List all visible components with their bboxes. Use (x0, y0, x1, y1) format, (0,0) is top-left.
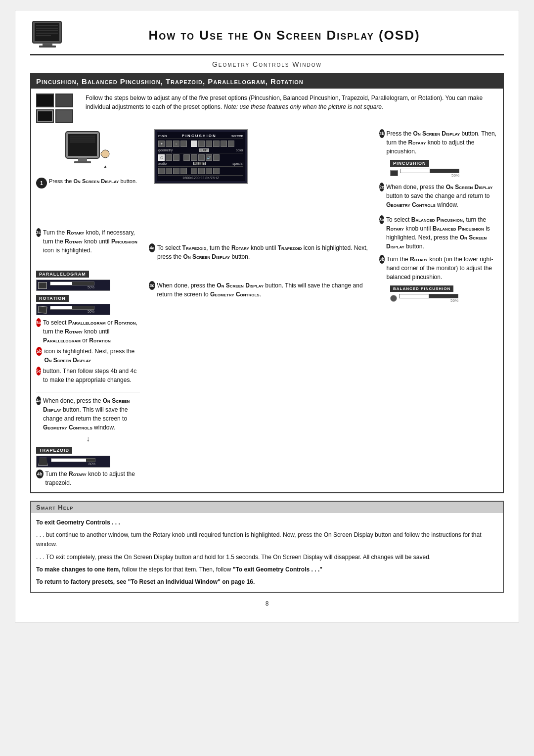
step2c-badge: 2c (36, 228, 41, 237)
step4b-text: Turn the Rotary knob to adjust the trape… (45, 470, 140, 487)
exit-completely-text: . . . TO exit completely, press the On S… (36, 554, 431, 561)
trapezoid-section: TRAPEZOID 80% (36, 446, 140, 487)
step3c-area: 3c When done, press the On Screen Displa… (149, 281, 375, 299)
osd-icon-2 (166, 141, 172, 147)
step4a-row: 4a To select Trapezoid, turn the Rotary … (149, 243, 375, 261)
step1-text: Press the On Screen Display button. (49, 178, 137, 185)
one-item-line: To make changes to one item, follow the … (36, 565, 498, 574)
trap-bar-area: 80% (51, 458, 108, 466)
svg-rect-10 (68, 134, 97, 156)
para-bar-area: 50% (50, 282, 108, 289)
trap-progress (51, 458, 95, 462)
svg-rect-3 (39, 46, 56, 47)
osd-spacer1 (188, 141, 190, 147)
step3a-badge: 3a (379, 215, 384, 224)
osd-spec-icon-3 (173, 168, 179, 174)
osd-audio-row: audio RESET special (158, 162, 243, 167)
osd-spec-icon-4 (180, 168, 187, 174)
osd-icon-10 (228, 141, 234, 147)
step2c-right-area: 2c When done, press the On Screen Displa… (379, 183, 498, 209)
balanced-progress-bar (399, 294, 458, 298)
header-monitor-icon (30, 20, 65, 50)
pincushion-fill (400, 169, 430, 173)
step3b-row: 3b Turn the Rotary knob (on the lower ri… (379, 255, 498, 282)
osd-spec-icon-1 (158, 168, 165, 174)
osd-icon-9 (221, 141, 227, 147)
balanced-icon (390, 295, 397, 302)
smart-help-content: To exit Geometry Controls . . . . . . bu… (31, 513, 503, 592)
step-1-area: ▲ 1 Press the On Screen Display button. (36, 129, 140, 189)
monitor-thumb-3 (36, 109, 54, 123)
svg-rect-8 (36, 35, 51, 36)
osd-spec-icon-7 (206, 168, 212, 174)
intro-monitors (36, 94, 81, 123)
osd-special-label: special (232, 162, 243, 165)
rotation-label: ROTATION (36, 295, 69, 302)
svg-rect-13 (70, 136, 95, 137)
osd-icon-6 (198, 141, 205, 147)
osd-spec-icon-2 (166, 168, 172, 174)
steps-grid: ▲ 1 Press the On Screen Display button. … (36, 129, 498, 487)
osd-icon-5-active (191, 141, 197, 147)
main-section: Pincushion, Balanced Pincushion, Trapezo… (30, 73, 504, 493)
step4c-text: When done, press the On Screen Display b… (43, 396, 140, 432)
trap-percent: 80% (51, 462, 95, 466)
step3b-badge: 3b (379, 255, 385, 264)
osd-resolution: 1600x1200 93.8K/75HZ (158, 175, 243, 180)
step4a-area: 4a To select Trapezoid, turn the Rotary … (149, 243, 375, 261)
osd-geo-icon-5 (191, 154, 197, 161)
step4c-badge: 4c (36, 396, 41, 405)
osd-geo-label: geometry (158, 148, 173, 152)
rot-bar-area: 50% (50, 306, 108, 313)
rotation-strip: ROTATION 50% (36, 294, 140, 315)
step2c-left-row: 2c Turn the Rotary knob, if necessary, t… (36, 228, 140, 255)
exit-text-line: . . . but continue to another window, tu… (36, 530, 498, 549)
osd-geo-icon-3 (173, 154, 179, 161)
osd-icon-1: ✦ (158, 141, 165, 147)
osd-spec-icon-5 (191, 168, 197, 174)
osd-main-label: main (158, 134, 167, 138)
osd-spec-icon-6 (198, 168, 205, 174)
main-osd-screen-area: main PINCUSHION screen ✦ ○ (154, 129, 375, 184)
osd-titlebar: main PINCUSHION screen (158, 134, 243, 139)
section-header: Pincushion, Balanced Pincushion, Trapezo… (31, 74, 503, 89)
step1-monitor: ▲ (36, 129, 140, 175)
step2b-area: 2b Press the On Screen Display button. T… (379, 129, 498, 178)
smart-help-header: Smart Help (31, 502, 503, 513)
balanced-progress-area: 50% (399, 294, 498, 303)
steps-5-area: PARALLELOGRAM 50% (36, 270, 140, 487)
rot-progress (50, 306, 94, 310)
osd-audio-label: audio (158, 162, 167, 165)
step2b-row: 2b Press the On Screen Display button. T… (379, 129, 498, 156)
exit-completely-line: . . . TO exit completely, press the On S… (36, 553, 498, 562)
step2b-badge: 2b (379, 129, 385, 138)
exit-header-bold: To exit Geometry Controls . . . (36, 519, 120, 526)
osd-icons-row3 (158, 168, 243, 174)
osd-icons-row1: ✦ ○ (158, 140, 243, 147)
step4a-text: To select Trapezoid, turn the Rotary kno… (157, 243, 375, 261)
monitor-thumb-2 (55, 94, 73, 107)
step5c-text: button. Then follow steps 4b and 4c to m… (43, 367, 140, 384)
osd-reset-label: RESET (193, 162, 206, 165)
pincushion-label: PINCUSHION (390, 160, 429, 167)
exit-text: . . . but continue to another window, tu… (36, 531, 482, 548)
trap-icon (38, 458, 48, 466)
osd-geo-icon-2 (166, 154, 172, 161)
step3b-text: Turn the Rotary knob (on the lower right… (387, 255, 498, 282)
step3c-badge: 3c (149, 281, 155, 290)
step4c-row: 4c When done, press the On Screen Displa… (36, 396, 140, 432)
step3c-text: When done, press the On Screen Display b… (157, 281, 375, 299)
osd-icon-3: ○ (173, 141, 179, 147)
osd-icons-row2: ⬡ 🔊 (158, 154, 243, 161)
monitor-thumb-1 (36, 94, 54, 107)
monitor-thumb-4 (55, 109, 73, 123)
intro-note: Note: use these features only when the p… (224, 103, 384, 110)
step2b-text: Press the On Screen Display button. Then… (387, 129, 498, 156)
para-fill (50, 282, 72, 285)
balanced-bar-section: BALANCED PINCUSHION 50% (390, 284, 498, 303)
step5c-badge: 5c (36, 367, 41, 376)
pincushion-icon (390, 170, 398, 176)
para-percent: 50% (50, 285, 94, 289)
step3c-row: 3c When done, press the On Screen Displa… (149, 281, 375, 299)
factory-text: To return to factory presets, see "To Re… (36, 578, 255, 585)
